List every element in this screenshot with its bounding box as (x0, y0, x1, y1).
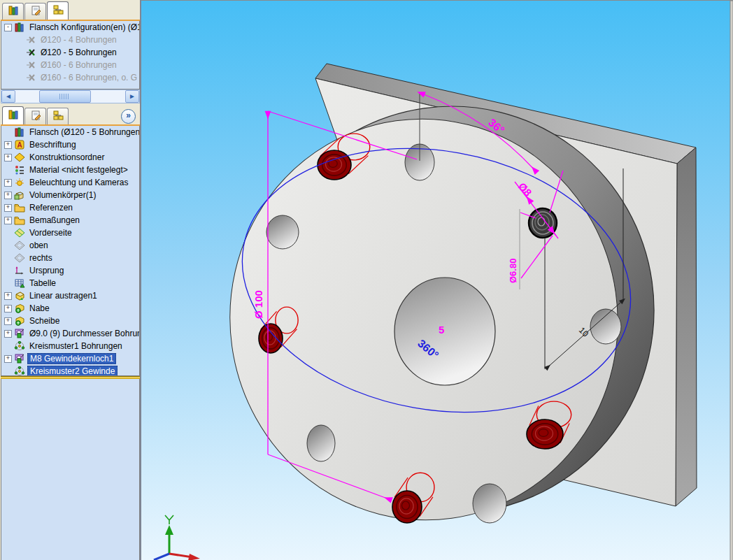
tree-item-label: Ø160 - 6 Bohrungen (38, 60, 119, 70)
feature-tree-root[interactable]: +Flansch (Ø120 - 5 Bohrungen) (1, 126, 139, 138)
feature-item[interactable]: +M8 Gewindekernloch1 (1, 352, 139, 365)
tree-expander[interactable]: + (4, 330, 12, 338)
tree-item-label: M8 Gewindekernloch1 (27, 353, 116, 364)
svg-text:A: A (17, 141, 22, 149)
solidworks-window: -Flansch Konfiguration(en) (Ø1+Ø120 - 4 … (0, 0, 733, 560)
through-hole[interactable] (307, 425, 335, 461)
feature-tab-featuremanager[interactable] (2, 106, 24, 124)
tree-item-label: Tabelle (27, 278, 58, 288)
tree-item-label: Material <nicht festgelegt> (27, 165, 130, 175)
feature-item[interactable]: +Beleuchtung und Kameras (1, 176, 139, 189)
config-tab-featuremanager[interactable] (2, 3, 24, 20)
feature-tab-configurationmanager[interactable] (47, 108, 69, 124)
feature-item[interactable]: +oben (1, 239, 139, 252)
tree-item-label: Ø120 - 4 Bohrungen (38, 35, 119, 45)
feature-item[interactable]: +Linear austragen1 (1, 289, 139, 302)
configuration-item[interactable]: +Ø120 - 4 Bohrungen (1, 34, 139, 46)
tree-item-label: Ø9.0 (9) Durchmesser Bohrun (27, 329, 139, 338)
config-inactive-icon (25, 60, 36, 70)
propertymanager-icon (30, 6, 41, 18)
scroll-left-button[interactable]: ◄ (1, 90, 15, 103)
feature-item[interactable]: +Tabelle (1, 277, 139, 289)
tree-expander[interactable]: + (4, 217, 12, 224)
tree-expander[interactable]: + (4, 305, 12, 313)
center-bore[interactable] (394, 278, 495, 385)
tree-item-label: Flansch Konfiguration(en) (Ø1 (27, 22, 139, 32)
tree-item-label: Nabe (27, 303, 52, 313)
core-diameter-label[interactable]: Ø6.80 (508, 259, 518, 283)
featuremanager-icon (8, 6, 19, 18)
folder-icon (14, 203, 25, 213)
feature-item[interactable]: +ABeschriftung (1, 138, 139, 151)
configuration-item[interactable]: +Ø120 - 5 Bohrungen (1, 46, 139, 59)
viewport-right-border (730, 1, 733, 560)
feature-item[interactable]: +Ursprung (1, 264, 139, 277)
tree-item-label: Kreismuster2 Gewinde (27, 366, 118, 376)
tree-item-label: Linear austragen1 (27, 291, 99, 301)
plate-side-face[interactable] (676, 148, 697, 506)
plane-front-icon (14, 228, 25, 238)
feature-tree: +Flansch (Ø120 - 5 Bohrungen)+ABeschrift… (1, 126, 140, 376)
feature-item[interactable]: +Kreismuster2 Gewinde (1, 365, 139, 376)
model-scene: 360° 5 10 Ø 100 36° (141, 1, 733, 560)
scroll-right-button[interactable]: ► (125, 90, 139, 103)
configurations-root[interactable]: -Flansch Konfiguration(en) (Ø1 (1, 21, 139, 34)
configuration-item[interactable]: +Ø160 - 6 Bohrungen (1, 59, 139, 71)
tree-expander[interactable]: + (4, 179, 12, 187)
config-inactive-icon (25, 73, 36, 82)
configurations-icon (14, 22, 25, 32)
feature-tab-propertymanager[interactable] (24, 108, 46, 124)
bolt-circle-diameter-label[interactable]: Ø 100 (252, 290, 264, 319)
tree-item-label: Ø120 - 5 Bohrungen (38, 48, 119, 57)
scrollbar-track[interactable] (15, 90, 125, 103)
configuration-tree: -Flansch Konfiguration(en) (Ø1+Ø120 - 4 … (1, 21, 140, 89)
folder-icon (14, 215, 25, 225)
tree-item-label: Kreismuster1 Bohrungen (27, 341, 124, 351)
feature-item[interactable]: +Vorderseite (1, 227, 139, 239)
horizontal-scrollbar[interactable]: ◄ ► (1, 89, 140, 103)
tree-expander[interactable]: + (4, 154, 12, 161)
hole-icon (14, 354, 25, 364)
feature-item[interactable]: +Ø9.0 (9) Durchmesser Bohrun (1, 327, 139, 340)
tree-expander[interactable]: + (4, 204, 12, 212)
feature-item[interactable]: +Konstruktionsordner (1, 151, 139, 164)
graphics-viewport[interactable]: 360° 5 10 Ø 100 36° (141, 0, 733, 560)
configuration-item[interactable]: +Ø160 - 6 Bohrungen, o. G (1, 71, 139, 84)
tree-item-label: Bemaßungen (27, 215, 82, 225)
through-hole[interactable] (590, 309, 621, 344)
tree-item-label: Beleuchtung und Kameras (27, 178, 130, 187)
feature-item[interactable]: +Kreismuster1 Bohrungen (1, 340, 139, 352)
tree-expander[interactable]: + (4, 192, 12, 199)
table-icon (14, 278, 25, 288)
tree-expander[interactable]: + (4, 355, 12, 363)
tree-item-label: Ø160 - 6 Bohrungen, o. G (38, 73, 139, 82)
panel-overflow-button[interactable]: » (121, 109, 136, 124)
config-active-icon (25, 48, 36, 57)
feature-item[interactable]: +rechts (1, 252, 139, 264)
propertymanager-icon (30, 110, 41, 123)
feature-item[interactable]: +Scheibe (1, 315, 139, 327)
tree-item-label: Flansch (Ø120 - 5 Bohrungen) (27, 127, 139, 137)
feature-item[interactable]: +Volumenkörper(1) (1, 189, 139, 201)
through-hole[interactable] (473, 484, 506, 523)
scrollbar-thumb[interactable] (39, 90, 91, 103)
tree-expander[interactable]: - (4, 24, 12, 31)
pattern-count-label[interactable]: 5 (439, 324, 444, 336)
origin-icon (14, 266, 25, 275)
config-tab-configurationmanager[interactable] (47, 1, 69, 20)
through-hole[interactable] (266, 215, 299, 249)
tree-expander[interactable]: + (4, 292, 12, 300)
feature-item[interactable]: +Material <nicht festgelegt> (1, 164, 139, 176)
config-tab-propertymanager[interactable] (24, 3, 46, 20)
tree-item-label: Referenzen (27, 203, 75, 213)
selected-threaded-hole[interactable] (529, 208, 557, 238)
tree-item-label: Vorderseite (27, 228, 74, 238)
tree-item-label: oben (27, 240, 50, 250)
tree-expander[interactable]: + (4, 317, 12, 325)
feature-item[interactable]: +Bemaßungen (1, 214, 139, 227)
tree-item-label: Beschriftung (27, 140, 78, 150)
tree-item-label: Ursprung (27, 266, 66, 275)
feature-item[interactable]: +Nabe (1, 302, 139, 315)
feature-item[interactable]: +Referenzen (1, 201, 139, 214)
tree-expander[interactable]: + (4, 141, 12, 149)
